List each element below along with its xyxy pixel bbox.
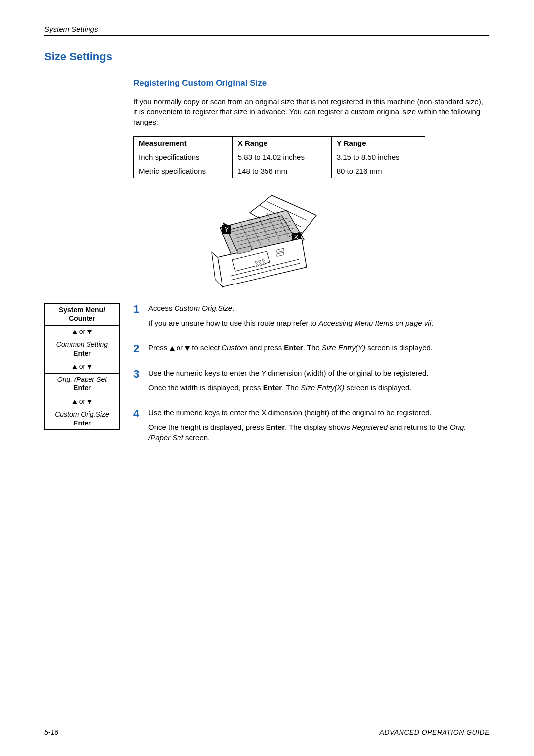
- step2-line1: Press or to select Custom and press Ente…: [148, 343, 490, 353]
- step1-line1: Access Custom Orig.Size.: [148, 303, 490, 313]
- svg-point-27: [262, 259, 264, 261]
- th-x-range: X Range: [232, 136, 331, 150]
- step4-line2: Once the height is displayed, press Ente…: [148, 423, 490, 443]
- lower-section: System Menu/ Counter or Common Setting E…: [44, 303, 490, 458]
- down-arrow-icon: [87, 330, 92, 334]
- step-3: 3 Use the numeric keys to enter the Y di…: [134, 368, 490, 398]
- guide-title: ADVANCED OPERATION GUIDE: [379, 728, 490, 736]
- svg-point-26: [259, 260, 261, 262]
- header-rule: [44, 35, 490, 36]
- route-map: System Menu/ Counter or Common Setting E…: [44, 303, 134, 458]
- table-row: Inch specifications 5.83 to 14.02 inches…: [134, 150, 425, 164]
- footer-rule: [44, 725, 490, 725]
- scanner-icon: X Y: [203, 193, 331, 297]
- svg-point-30: [263, 263, 265, 265]
- scanner-illustration: X Y: [44, 193, 490, 298]
- up-arrow-icon: [72, 365, 77, 369]
- steps-list: 1 Access Custom Orig.Size. If you are un…: [134, 303, 490, 458]
- table-header-row: Measurement X Range Y Range: [134, 136, 425, 150]
- rm-updown: or: [45, 360, 119, 374]
- heading-size-settings: Size Settings: [44, 50, 490, 63]
- up-arrow-icon: [72, 330, 77, 334]
- svg-point-29: [260, 264, 262, 266]
- page-header: System Settings: [44, 25, 490, 35]
- page-footer: 5-16 ADVANCED OPERATION GUIDE: [44, 725, 490, 736]
- th-y-range: Y Range: [331, 136, 425, 150]
- step4-line1: Use the numeric keys to enter the X dime…: [148, 408, 490, 418]
- step-1: 1 Access Custom Orig.Size. If you are un…: [134, 303, 490, 333]
- step-2: 2 Press or to select Custom and press En…: [134, 343, 490, 358]
- down-arrow-icon: [87, 365, 92, 369]
- down-arrow-icon: [87, 400, 92, 404]
- heading-registering-custom: Registering Custom Original Size: [134, 78, 490, 88]
- down-arrow-icon: [185, 346, 190, 351]
- page: System Settings Size Settings Registerin…: [0, 0, 534, 756]
- y-label: Y: [224, 225, 229, 233]
- header-left: System Settings: [44, 25, 98, 33]
- rm-item-orig-paper: Orig. /Paper Set Enter: [45, 374, 119, 395]
- rm-updown: or: [45, 326, 119, 339]
- step3-line1: Use the numeric keys to enter the Y dime…: [148, 368, 490, 378]
- step1-line2: If you are unsure how to use this route …: [148, 318, 490, 328]
- step-4: 4 Use the numeric keys to enter the X di…: [134, 408, 490, 448]
- size-range-table: Measurement X Range Y Range Inch specifi…: [134, 136, 425, 178]
- up-arrow-icon: [170, 346, 175, 351]
- th-measurement: Measurement: [134, 136, 233, 150]
- rm-item-common: Common Setting Enter: [45, 338, 119, 360]
- svg-point-25: [255, 261, 257, 263]
- rm-title: System Menu/ Counter: [45, 304, 119, 326]
- svg-point-28: [256, 265, 258, 267]
- intro-paragraph: If you normally copy or scan from an ori…: [134, 97, 485, 127]
- rm-updown: or: [45, 395, 119, 409]
- page-number: 5-16: [44, 728, 58, 736]
- table-row: Metric specifications 148 to 356 mm 80 t…: [134, 164, 425, 178]
- rm-item-custom-orig: Custom Orig.Size Enter: [45, 408, 119, 429]
- step3-line2: Once the width is displayed, press Enter…: [148, 383, 490, 393]
- up-arrow-icon: [72, 400, 77, 404]
